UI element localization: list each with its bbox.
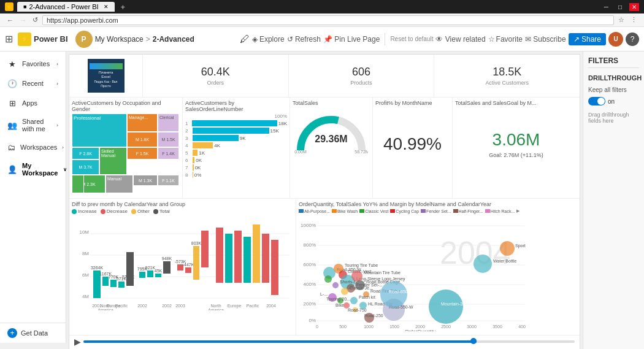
- workspace-breadcrumb: My Workspace > 2-Advanced: [95, 35, 194, 44]
- refresh-button[interactable]: ↺ ↺Refresh: [287, 35, 321, 44]
- view-related-button[interactable]: 👁 View related: [435, 35, 485, 44]
- svg-text:Road-650-W: Road-650-W: [389, 290, 413, 294]
- sidebar-item-shared[interactable]: 👥 Shared with me ›: [0, 113, 66, 137]
- pin-live-button[interactable]: 📌 Pin Live Page: [323, 35, 380, 44]
- hbar-row-4: 44K: [185, 142, 287, 148]
- app-grid-icon[interactable]: ⊞: [5, 33, 13, 45]
- recent-label: Recent: [22, 80, 44, 87]
- maximize-button[interactable]: □: [616, 3, 624, 11]
- workspace-prefix[interactable]: My Workspace: [95, 35, 144, 44]
- favorites-icon: ★: [7, 59, 17, 69]
- treemap-chart[interactable]: ActiveCustomers by Occupation and Gender…: [69, 98, 183, 198]
- svg-rect-32: [185, 267, 191, 273]
- svg-rect-41: [253, 224, 260, 283]
- report-top-row: ПланетаExcelПедро Аза - Вал Просто 60.4K…: [69, 55, 580, 98]
- svg-rect-34: [193, 246, 199, 280]
- hbar-row-1: 118K: [185, 120, 287, 126]
- back-button[interactable]: ←: [5, 17, 15, 24]
- svg-text:Europe: Europe: [228, 304, 242, 309]
- play-button[interactable]: ▶: [74, 337, 81, 347]
- svg-text:2000: 2000: [415, 324, 425, 329]
- svg-text:10M: 10M: [79, 229, 89, 235]
- share-button[interactable]: ↗ Share: [569, 33, 606, 45]
- sidebar-item-recent[interactable]: 🕐 Recent ›: [0, 74, 66, 93]
- hbar-chart[interactable]: ActiveCustomers by SalesOrderLineNumber …: [183, 98, 290, 198]
- sidebar-item-apps[interactable]: ⊞ Apps: [0, 93, 66, 113]
- minimize-button[interactable]: ─: [602, 3, 611, 11]
- svg-text:L-...: L-...: [320, 292, 328, 296]
- new-tab-button[interactable]: +: [118, 2, 128, 12]
- svg-text:3500: 3500: [493, 324, 502, 329]
- user-avatar[interactable]: P: [75, 31, 93, 48]
- report-middle-row: ActiveCustomers by Occupation and Gender…: [69, 98, 580, 199]
- sidebar-item-my-workspace[interactable]: 👤 My Workspace ∨: [0, 157, 66, 182]
- svg-point-84: [324, 275, 332, 283]
- svg-text:America: America: [98, 308, 113, 310]
- reload-button[interactable]: ↺: [31, 16, 40, 24]
- url-input[interactable]: [42, 15, 614, 25]
- settings-icon[interactable]: ⋮: [629, 16, 639, 24]
- get-data-button[interactable]: + Get Data: [0, 323, 66, 343]
- svg-text:1000%: 1000%: [301, 223, 316, 228]
- reset-button[interactable]: Reset to default: [390, 36, 433, 42]
- favorite-button[interactable]: ☆ Favorite: [488, 35, 523, 44]
- kpi-customers-label: Active Customers: [485, 80, 529, 86]
- hbar-row-6: 60K: [185, 157, 287, 163]
- time-slider-track[interactable]: [83, 340, 575, 343]
- scatter-chart[interactable]: OrderQuantity, TotalSales YoY% and Margi…: [296, 199, 580, 335]
- close-button[interactable]: ✕: [629, 3, 639, 11]
- svg-text:1500: 1500: [389, 324, 399, 329]
- explore-button[interactable]: ◈ ◈ ExploreExplore: [252, 35, 285, 44]
- svg-point-101: [350, 297, 358, 304]
- svg-point-111: [359, 302, 367, 309]
- drag-drillthrough-text: Drag drillthrough fields here: [588, 112, 639, 124]
- workspace-name[interactable]: 2-Advanced: [153, 35, 194, 44]
- svg-point-115: [380, 281, 407, 308]
- gauge-chart[interactable]: TotalSales 29.36M 0.00M 58.72M: [290, 98, 373, 198]
- filter-toggle[interactable]: on: [588, 97, 639, 105]
- svg-text:North: North: [210, 304, 221, 308]
- my-workspace-icon: 👤: [7, 164, 17, 174]
- svg-text:2004: 2004: [266, 304, 276, 308]
- totalsales-goal-chart[interactable]: TotalSales and SalesGoal by M... 3.06M G…: [453, 98, 580, 198]
- svg-text:2003: 2003: [175, 304, 185, 308]
- sidebar-item-favorites[interactable]: ★ Favorites ›: [0, 54, 66, 74]
- profit-pct-chart[interactable]: Profit% by MonthName 40.99%: [373, 98, 453, 198]
- apps-label: Apps: [22, 99, 37, 107]
- tm-m1.3k: M 1.3K: [133, 175, 158, 186]
- tm-manage: Manage...: [127, 113, 158, 132]
- svg-text:Sport-100: Sport-100: [515, 244, 526, 248]
- tm-m3.7k: M 3.7K: [72, 159, 99, 175]
- svg-text:948K: 948K: [162, 256, 172, 261]
- tab-close-icon[interactable]: ✕: [104, 4, 109, 10]
- subscribe-button[interactable]: ✉ Subscribe: [525, 35, 566, 44]
- svg-point-119: [473, 255, 492, 273]
- forward-button[interactable]: →: [18, 17, 28, 24]
- svg-text:Mountain-200: Mountain-200: [441, 302, 467, 306]
- company-logo: ПланетаExcelПедро Аза - Вал Просто: [69, 55, 143, 97]
- svg-text:4M: 4M: [82, 294, 89, 299]
- hbar-row-8: 80%: [185, 172, 287, 178]
- waterfall-chart[interactable]: Diff to prev month by CalendarYear and G…: [69, 199, 296, 335]
- sidebar-item-workspaces[interactable]: 🗂 Workspaces ›: [0, 137, 66, 157]
- toggle-track[interactable]: [588, 97, 605, 105]
- svg-text:800%: 800%: [304, 242, 316, 248]
- browser-tab[interactable]: ■ 2-Advanced - Power BI ✕: [17, 2, 115, 12]
- help-icon[interactable]: ?: [626, 33, 639, 46]
- legend-increase: Increase: [72, 209, 97, 214]
- svg-text:Water Bottle: Water Bottle: [493, 259, 516, 263]
- workspaces-label: Workspaces: [20, 144, 57, 151]
- svg-text:2002: 2002: [162, 304, 172, 308]
- svg-rect-28: [163, 261, 171, 274]
- bookmark-icon[interactable]: ☆: [616, 16, 626, 24]
- tm-skilled-manual: Skilled Manual: [99, 147, 127, 175]
- svg-text:200%: 200%: [304, 301, 316, 307]
- title-bar: ⚡ ■ 2-Advanced - Power BI ✕ + ─ □ ✕: [0, 0, 644, 13]
- toggle-thumb: [597, 98, 605, 105]
- edit-button[interactable]: 🖊: [240, 34, 250, 45]
- svg-text:0.00M: 0.00M: [294, 150, 307, 153]
- svg-text:400%: 400%: [304, 282, 316, 287]
- drillthrough-title: DRILLTHROUGH: [588, 74, 639, 82]
- user-profile-icon[interactable]: U: [608, 32, 623, 47]
- time-axis: 2001200220032004: [74, 347, 575, 349]
